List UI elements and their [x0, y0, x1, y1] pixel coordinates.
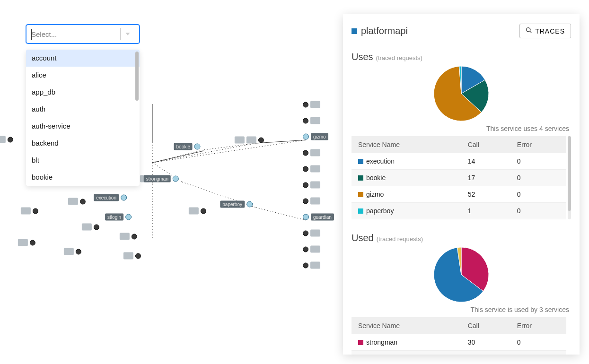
table-row[interactable]: strongman300: [352, 334, 566, 351]
graph-node[interactable]: [189, 208, 206, 215]
select-option[interactable]: account: [26, 50, 140, 67]
graph-node-dot: [132, 234, 137, 239]
graph-node[interactable]: bookie: [174, 143, 201, 150]
call-cell: 30: [461, 334, 510, 351]
service-name-cell: execution: [358, 157, 455, 165]
error-cell: 0: [510, 170, 566, 186]
graph-node-label: [64, 248, 74, 255]
graph-node-label: [68, 198, 78, 205]
graph-node[interactable]: gizmo: [303, 133, 328, 140]
graph-node[interactable]: strongman: [144, 175, 179, 182]
graph-node-dot: [246, 201, 253, 208]
graph-node[interactable]: paperboy: [220, 201, 253, 208]
graph-node-dot: [135, 253, 141, 259]
graph-node[interactable]: [303, 198, 320, 205]
chevron-down-icon[interactable]: [120, 28, 134, 40]
graph-node-label: execution: [94, 194, 119, 201]
graph-node-label: bookie: [174, 143, 193, 150]
graph-node-label: [310, 262, 320, 269]
graph-node[interactable]: [123, 252, 141, 260]
graph-node[interactable]: [303, 149, 320, 156]
graph-node-label: [310, 165, 320, 173]
graph-node-label: [123, 252, 133, 260]
service-name-cell: strongman: [358, 338, 455, 346]
scrollbar-thumb[interactable]: [568, 136, 571, 211]
table-header-cell: Error: [510, 317, 566, 334]
graph-node-dot: [8, 137, 13, 142]
select-option[interactable]: app_db: [26, 84, 140, 101]
service-name-cell: gizmo: [358, 191, 455, 198]
call-cell: 52: [461, 186, 510, 203]
graph-node[interactable]: [246, 137, 264, 144]
service-detail-panel: platformapi TRACES Uses (traced requests…: [343, 14, 580, 355]
graph-node[interactable]: [18, 239, 35, 246]
table-row[interactable]: paperboy10: [352, 203, 566, 219]
select-option[interactable]: auth-service: [26, 118, 140, 135]
service-color-icon: [358, 208, 363, 214]
dropdown-scrollbar[interactable]: [135, 52, 139, 186]
scrollbar-thumb[interactable]: [135, 52, 139, 101]
service-name-cell: bookie: [358, 174, 455, 182]
graph-node[interactable]: [303, 230, 320, 237]
table-row[interactable]: gizmo520: [352, 186, 566, 203]
graph-node-label: [310, 198, 320, 205]
select-option[interactable]: auth: [26, 101, 140, 118]
service-select[interactable]: Select...: [26, 25, 140, 43]
select-option[interactable]: backend: [26, 135, 140, 152]
table-header-cell: Service Name: [352, 136, 461, 153]
graph-node[interactable]: [68, 198, 86, 205]
graph-node[interactable]: [82, 224, 99, 231]
used-subheading: (traced requests): [377, 235, 423, 243]
graph-node-label: [82, 224, 92, 231]
graph-node[interactable]: [303, 117, 320, 124]
graph-node-label: [310, 117, 320, 124]
graph-node[interactable]: stlogin: [105, 214, 132, 221]
graph-node-label: stlogin: [105, 214, 123, 221]
graph-node-dot: [303, 102, 308, 107]
graph-node[interactable]: [120, 233, 137, 240]
graph-node[interactable]: [21, 208, 38, 215]
graph-node-dot: [201, 208, 206, 214]
graph-node-label: [189, 208, 199, 215]
graph-node-label: [310, 182, 320, 189]
svg-line-8: [256, 208, 306, 220]
graph-node[interactable]: [0, 136, 13, 143]
graph-node-dot: [125, 214, 132, 220]
graph-node[interactable]: [303, 165, 320, 173]
graph-node-dot: [303, 262, 308, 268]
graph-node-label: [18, 239, 28, 246]
svg-line-2: [152, 143, 256, 163]
graph-node-dot: [194, 144, 201, 150]
table-header-cell: Service Name: [352, 317, 461, 334]
table-row[interactable]: bookie170: [352, 170, 566, 186]
call-cell: 1: [461, 203, 510, 219]
select-option[interactable]: blt: [26, 152, 140, 169]
dependency-graph-canvas[interactable]: platformapi strongmanbookie paperboygizm…: [0, 0, 341, 364]
graph-node[interactable]: execution: [94, 194, 127, 201]
error-cell: 0: [510, 334, 566, 351]
service-select-dropdown[interactable]: accountaliceapp_dbauthauth-servicebacken…: [26, 50, 140, 186]
uses-table-wrap: Service NameCallError execution140bookie…: [352, 136, 571, 219]
graph-node[interactable]: [303, 262, 320, 269]
service-color-icon: [358, 175, 363, 181]
graph-node-label: [310, 149, 320, 156]
graph-node[interactable]: [303, 246, 320, 253]
traces-button[interactable]: TRACES: [519, 24, 571, 38]
graph-node-dot: [121, 195, 127, 201]
uses-table-scrollbar[interactable]: [568, 136, 571, 219]
graph-node[interactable]: [303, 182, 320, 189]
graph-node-label: [310, 101, 320, 108]
graph-node[interactable]: guardian: [303, 214, 334, 221]
graph-node[interactable]: [64, 248, 81, 255]
service-name-cell: paperboy: [358, 207, 455, 215]
graph-node-label: [21, 208, 31, 215]
select-option[interactable]: alice: [26, 67, 140, 84]
select-option[interactable]: bookie: [26, 169, 140, 186]
table-row[interactable]: stlogin530: [352, 351, 566, 355]
graph-node-dot: [173, 176, 179, 182]
table-row[interactable]: execution140: [352, 153, 566, 170]
graph-node-label: [0, 136, 6, 143]
used-table: Service NameCallError strongman300stlogi…: [352, 317, 566, 355]
graph-node-dot: [303, 182, 308, 188]
graph-node[interactable]: [303, 101, 320, 108]
